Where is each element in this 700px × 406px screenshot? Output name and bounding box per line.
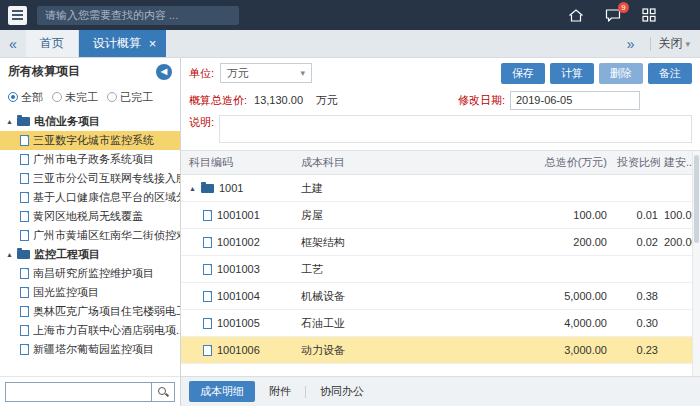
- folder-icon: [17, 250, 30, 259]
- tab-active-label: 设计概算: [93, 35, 141, 52]
- tab-home[interactable]: 首页: [26, 30, 79, 57]
- cell-ratio: 0.02: [615, 236, 660, 248]
- column-header-ratio[interactable]: 投资比例: [615, 155, 660, 170]
- messages-icon[interactable]: 9: [605, 8, 621, 23]
- modify-date-input[interactable]: [510, 91, 640, 110]
- panel-title: 所有核算项目: [8, 63, 80, 80]
- remark-button[interactable]: 备注: [648, 63, 692, 84]
- expand-toggle-icon[interactable]: ▲: [6, 118, 13, 125]
- tree-search-button[interactable]: [151, 382, 175, 402]
- tree-item[interactable]: 三亚数字化城市监控系统: [0, 131, 180, 150]
- summary-row: 概算总造价: 13,130.00 万元 修改日期:: [181, 88, 700, 112]
- panel-header: 所有核算项目 ◀: [0, 58, 180, 85]
- document-icon: [203, 318, 212, 329]
- table-row[interactable]: 1001002 框架结构 200.00 0.02 200.00: [181, 229, 700, 256]
- tree-item-label: 上海市力百联中心酒店弱电项...: [33, 323, 180, 338]
- tree-item[interactable]: 广州市黄埔区红南华二街侦控对: [0, 226, 180, 245]
- table-row[interactable]: 1001003 工艺: [181, 256, 700, 283]
- tree-search-input[interactable]: [5, 382, 151, 402]
- cell-ratio: 0.23: [615, 344, 660, 356]
- cell-subject: 石油工业: [293, 316, 465, 331]
- document-icon: [20, 306, 29, 317]
- attachment-tab[interactable]: 附件: [269, 384, 291, 399]
- tree-item[interactable]: 国光监控项目: [0, 283, 180, 302]
- calculate-button[interactable]: 计算: [550, 63, 594, 84]
- radio-icon: [52, 92, 62, 102]
- tree-item[interactable]: 广州市电子政务系统项目: [0, 150, 180, 169]
- tabbar-right: » 关闭 ▾: [618, 30, 700, 57]
- tab-close-icon[interactable]: ×: [149, 37, 157, 50]
- column-header-code[interactable]: 科目编码: [181, 155, 293, 170]
- filter-unfinished-radio[interactable]: 未完工: [52, 90, 98, 105]
- table-scrollbar[interactable]: [692, 151, 700, 376]
- home-icon[interactable]: [568, 8, 584, 23]
- cell-code: 1001005: [217, 317, 260, 329]
- tab-design-estimate[interactable]: 设计概算 ×: [79, 30, 167, 57]
- expand-toggle-icon[interactable]: ▲: [6, 251, 13, 258]
- cell-code: 1001006: [217, 344, 260, 356]
- folder-icon: [17, 117, 30, 126]
- bottom-tab-bar: 成本明细 附件 协同办公: [181, 376, 700, 406]
- cell-total: 3,000.00: [465, 344, 615, 356]
- column-header-subject[interactable]: 成本科目: [293, 155, 465, 170]
- unit-select[interactable]: 万元 ▾: [220, 63, 312, 83]
- tree-item[interactable]: 黄冈区地税局无线覆盖: [0, 207, 180, 226]
- scroll-tabs-right-icon[interactable]: »: [618, 36, 644, 52]
- table-row[interactable]: 1001004 机械设备 5,000.00 0.38: [181, 283, 700, 310]
- global-search-input[interactable]: [37, 6, 239, 25]
- project-tree-panel: 所有核算项目 ◀ 全部 未完工 已完工: [0, 58, 181, 406]
- table-row-selected[interactable]: 1001006 动力设备 3,000.00 0.23: [181, 337, 700, 364]
- document-icon: [20, 173, 29, 184]
- filter-label: 全部: [21, 90, 43, 105]
- total-cost-unit: 万元: [316, 93, 338, 108]
- tree-item[interactable]: 南昌研究所监控维护项目: [0, 264, 180, 283]
- note-row: 说明:: [181, 112, 700, 150]
- scrollbar-thumb[interactable]: [694, 155, 699, 243]
- tree-search-bar: [0, 376, 180, 406]
- document-icon: [20, 192, 29, 203]
- cost-detail-button[interactable]: 成本明细: [189, 381, 255, 402]
- cell-subject: 动力设备: [293, 343, 465, 358]
- scroll-tabs-left-icon[interactable]: «: [0, 30, 26, 57]
- tree-item[interactable]: 新疆塔尔葡萄园监控项目: [0, 340, 180, 359]
- document-icon: [20, 211, 29, 222]
- cell-subject: 房屋: [293, 208, 465, 223]
- note-label: 说明:: [189, 115, 214, 130]
- table-row[interactable]: ▲ 1001 土建: [181, 175, 700, 202]
- unit-select-value: 万元: [227, 66, 249, 81]
- tree-item[interactable]: 基于人口健康信息平台的区域分: [0, 188, 180, 207]
- chevron-down-icon: ▾: [301, 68, 306, 78]
- table-row[interactable]: 1001005 石油工业 4,000.00 0.30: [181, 310, 700, 337]
- apps-grid-icon[interactable]: [642, 8, 656, 22]
- note-textarea[interactable]: [219, 115, 692, 143]
- menu-bar: [12, 14, 23, 16]
- estimate-detail-panel: 单位: 万元 ▾ 保存 计算 删除 备注 概算总造价: 13,130.00 万元…: [181, 58, 700, 406]
- folder-icon: [201, 184, 214, 193]
- delete-button[interactable]: 删除: [599, 63, 643, 84]
- tree-item[interactable]: 三亚市分公司互联网专线接入服: [0, 169, 180, 188]
- close-menu-button[interactable]: 关闭 ▾: [658, 35, 690, 52]
- save-button[interactable]: 保存: [501, 63, 545, 84]
- cell-code: 1001002: [217, 236, 260, 248]
- radio-icon: [107, 92, 117, 102]
- tree-item-label: 广州市黄埔区红南华二街侦控对: [33, 228, 180, 243]
- filter-finished-radio[interactable]: 已完工: [107, 90, 153, 105]
- menu-icon[interactable]: [8, 6, 27, 25]
- tree-folder-label: 监控工程项目: [34, 247, 100, 262]
- expand-toggle-icon[interactable]: ▲: [189, 185, 196, 192]
- collapse-panel-button[interactable]: ◀: [156, 64, 172, 80]
- filter-all-radio[interactable]: 全部: [8, 90, 43, 105]
- tree-item[interactable]: 上海市力百联中心酒店弱电项...: [0, 321, 180, 340]
- table-row[interactable]: 1001001 房屋 100.00 0.01 100.0: [181, 202, 700, 229]
- document-icon: [203, 237, 212, 248]
- tree-folder[interactable]: ▲ 监控工程项目: [0, 245, 180, 264]
- tree-item[interactable]: 奥林匹克广场项目住宅楼弱电工: [0, 302, 180, 321]
- cell-subject: 机械设备: [293, 289, 465, 304]
- divider: [305, 386, 306, 398]
- document-icon: [20, 135, 29, 146]
- document-icon: [20, 154, 29, 165]
- column-header-total[interactable]: 总造价(万元): [465, 155, 615, 170]
- cell-ratio: 0.38: [615, 290, 660, 302]
- collaboration-tab[interactable]: 协同办公: [320, 384, 364, 399]
- tree-folder[interactable]: ▲ 电信业务项目: [0, 112, 180, 131]
